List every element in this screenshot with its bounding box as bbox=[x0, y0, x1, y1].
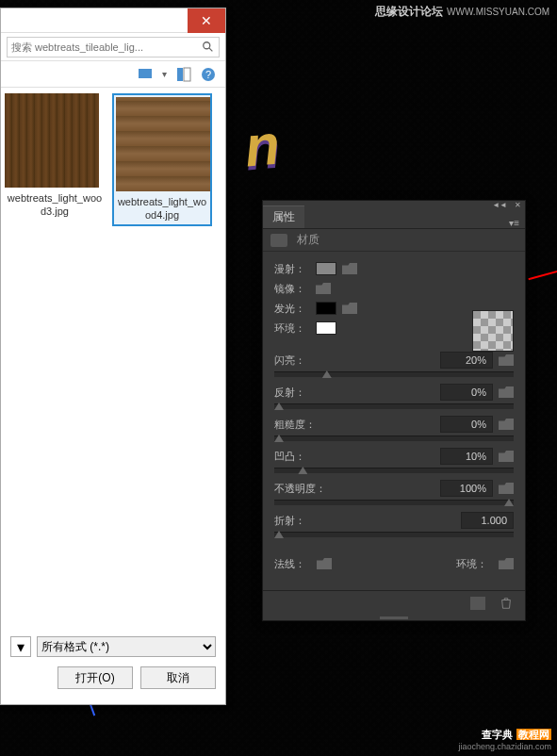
slider-thumb[interactable] bbox=[274, 403, 284, 410]
file-thumbnail bbox=[5, 93, 99, 188]
slider-thumb[interactable] bbox=[298, 467, 307, 474]
search-field-wrap bbox=[7, 37, 220, 58]
rough-value[interactable]: 0% bbox=[440, 416, 493, 433]
diffuse-label: 漫射： bbox=[274, 262, 314, 276]
bump-slider[interactable] bbox=[274, 468, 514, 473]
cancel-button[interactable]: 取消 bbox=[140, 666, 216, 689]
rough-texture-icon[interactable] bbox=[499, 419, 514, 430]
properties-panel: ◄◄ ✕ 属性 ▾≡ 材质 漫射： 镜像： 发光： 环境： bbox=[262, 200, 526, 621]
file-list: webtreats_light_wood3.jpg webtreats_ligh… bbox=[1, 88, 225, 597]
format-select[interactable]: 所有格式 (*.*) bbox=[37, 636, 216, 657]
specular-label: 镜像： bbox=[274, 282, 314, 296]
opacity-label: 不透明度： bbox=[274, 482, 440, 496]
shine-label: 闪亮： bbox=[274, 353, 440, 368]
svg-rect-3 bbox=[177, 68, 183, 81]
search-input[interactable] bbox=[11, 41, 202, 53]
ambient-label: 环境： bbox=[274, 321, 314, 336]
panel-subtab-row: 材质 bbox=[263, 229, 525, 252]
refract-value[interactable]: 1.000 bbox=[461, 512, 514, 529]
shine-value[interactable]: 20% bbox=[440, 352, 493, 369]
svg-line-1 bbox=[209, 47, 213, 51]
refract-label: 折射： bbox=[274, 514, 461, 528]
shine-slider-row: 闪亮： 20% bbox=[274, 351, 514, 377]
material-icon[interactable] bbox=[270, 234, 287, 247]
opacity-slider-row: 不透明度： 100% bbox=[274, 479, 514, 505]
collapse-icon[interactable]: ◄◄ bbox=[492, 201, 507, 209]
close-panel-icon[interactable]: ✕ bbox=[515, 201, 521, 209]
file-item[interactable]: webtreats_light_wood3.jpg bbox=[5, 93, 105, 219]
specular-row: 镜像： bbox=[274, 279, 514, 298]
close-button[interactable]: ✕ bbox=[188, 8, 225, 33]
material-preview[interactable] bbox=[472, 310, 514, 352]
watermark-bottom: 查字典教程网 jiaocheng.chazidian.com bbox=[438, 726, 551, 754]
file-open-dialog: ✕ ▾ ? webtreats_light_wood3.jpg webtreat… bbox=[0, 8, 226, 705]
watermark-top: 思缘设计论坛WWW.MISSYUAN.COM bbox=[375, 4, 549, 20]
panel-body: 漫射： 镜像： 发光： 环境： 闪亮： 20% bbox=[263, 252, 525, 590]
diffuse-row: 漫射： bbox=[274, 259, 514, 278]
glow-texture-icon[interactable] bbox=[342, 303, 357, 314]
view-dropdown-icon[interactable]: ▾ bbox=[162, 69, 167, 79]
shine-slider[interactable] bbox=[274, 371, 514, 377]
slider-thumb[interactable] bbox=[504, 499, 514, 506]
filename-dropdown[interactable]: ▾ bbox=[10, 636, 31, 657]
dialog-titlebar: ✕ bbox=[1, 8, 225, 33]
help-icon[interactable]: ? bbox=[201, 67, 216, 82]
file-name: webtreats_light_wood4.jpg bbox=[116, 195, 208, 222]
opacity-texture-icon[interactable] bbox=[499, 483, 514, 494]
dialog-bottom: ▾ 所有格式 (*.*) 打开(O) 取消 bbox=[1, 631, 225, 695]
new-material-icon[interactable] bbox=[470, 597, 485, 610]
panel-tabbar: 属性 ▾≡ bbox=[263, 208, 525, 229]
reflect-texture-icon[interactable] bbox=[499, 386, 514, 398]
bump-slider-row: 凹凸： 10% bbox=[274, 447, 514, 473]
tab-properties[interactable]: 属性 bbox=[263, 205, 304, 228]
sliders-group: 闪亮： 20% 反射： 0% 粗糙度： 0% bbox=[274, 351, 514, 537]
panel-footer bbox=[263, 590, 525, 615]
ambient-swatch[interactable] bbox=[316, 321, 336, 335]
glow-label: 发光： bbox=[274, 302, 314, 316]
svg-point-0 bbox=[204, 41, 210, 48]
file-name: webtreats_light_wood3.jpg bbox=[5, 191, 105, 219]
slider-thumb[interactable] bbox=[322, 370, 332, 378]
delete-icon[interactable] bbox=[499, 597, 514, 610]
opacity-value[interactable]: 100% bbox=[440, 480, 493, 497]
view-options-row: ▾ ? bbox=[1, 61, 225, 88]
dialog-toolbar bbox=[1, 33, 225, 61]
normal-env-row: 法线： 环境： bbox=[274, 554, 514, 573]
refract-slider[interactable] bbox=[274, 532, 514, 537]
diffuse-texture-icon[interactable] bbox=[342, 263, 357, 274]
reflect-slider-row: 反射： 0% bbox=[274, 383, 514, 409]
slider-thumb[interactable] bbox=[274, 435, 284, 442]
svg-rect-4 bbox=[184, 68, 190, 81]
subtab-material[interactable]: 材质 bbox=[297, 232, 319, 248]
bump-label: 凹凸： bbox=[274, 450, 440, 464]
preview-pane-icon[interactable] bbox=[176, 67, 191, 82]
open-button[interactable]: 打开(O) bbox=[57, 666, 133, 689]
bump-texture-icon[interactable] bbox=[499, 451, 514, 462]
panel-menu-icon[interactable]: ▾≡ bbox=[503, 218, 525, 228]
env-label: 环境： bbox=[456, 557, 487, 571]
format-row: ▾ 所有格式 (*.*) bbox=[10, 636, 216, 657]
shine-texture-icon[interactable] bbox=[499, 354, 514, 366]
reflect-slider[interactable] bbox=[274, 403, 514, 409]
normal-texture-icon[interactable] bbox=[317, 558, 332, 569]
slider-thumb[interactable] bbox=[274, 531, 284, 538]
opacity-slider[interactable] bbox=[274, 500, 514, 505]
view-thumbnails-icon[interactable] bbox=[138, 67, 153, 82]
refract-slider-row: 折射： 1.000 bbox=[274, 511, 514, 537]
bump-value[interactable]: 10% bbox=[440, 448, 493, 465]
rough-slider-row: 粗糙度： 0% bbox=[274, 415, 514, 441]
svg-text:?: ? bbox=[205, 69, 211, 80]
panel-resize-grip[interactable] bbox=[263, 615, 525, 620]
rough-slider[interactable] bbox=[274, 436, 514, 441]
3d-text-object: n bbox=[242, 112, 283, 180]
dialog-buttons: 打开(O) 取消 bbox=[10, 666, 216, 689]
env-texture-icon[interactable] bbox=[499, 558, 514, 569]
svg-rect-2 bbox=[139, 69, 152, 78]
file-item-selected[interactable]: webtreats_light_wood4.jpg bbox=[112, 93, 212, 226]
search-icon[interactable] bbox=[202, 41, 215, 54]
diffuse-swatch[interactable] bbox=[316, 262, 336, 275]
rough-label: 粗糙度： bbox=[274, 418, 440, 432]
reflect-value[interactable]: 0% bbox=[440, 384, 493, 401]
glow-swatch[interactable] bbox=[316, 302, 336, 315]
specular-texture-icon[interactable] bbox=[316, 283, 331, 294]
